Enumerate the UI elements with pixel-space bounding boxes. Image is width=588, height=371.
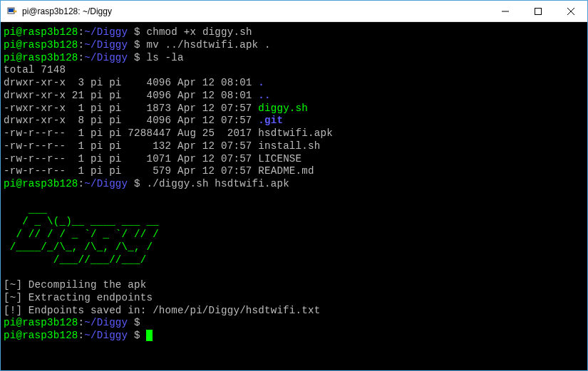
prompt-sigil: $ <box>128 26 146 38</box>
window-title-bar: pi@rasp3b128: ~/Diggy <box>1 1 587 22</box>
ls-filename: README.md <box>258 165 314 177</box>
ls-row: -rw-r--r-- 1 pi pi 132 Apr 12 07:57 <box>4 140 258 152</box>
ls-row: -rw-r--r-- 1 pi pi 1071 Apr 12 07:57 <box>4 153 258 164</box>
prompt-sep: : <box>78 39 85 51</box>
ls-filename: .. <box>258 90 270 101</box>
ls-filename: . <box>258 77 264 88</box>
minimize-button[interactable] <box>489 1 522 21</box>
cmd-run: ./diggy.sh hsdtwifi.apk <box>146 178 289 189</box>
ls-row: -rwxr-xr-x 1 pi pi 1873 Apr 12 07:57 <box>4 103 258 114</box>
prompt-user-host: pi@rasp3b128 <box>4 178 78 189</box>
ls-row: drwxr-xr-x 3 pi pi 4096 Apr 12 08:01 <box>4 77 258 88</box>
msg-saved: [!] Endpoints saved in: /home/pi/Diggy/h… <box>4 305 320 316</box>
prompt-path: ~/Diggy <box>84 39 128 51</box>
svg-rect-1 <box>9 9 14 12</box>
ls-row: -rw-r--r-- 1 pi pi 579 Apr 12 07:57 <box>4 165 258 177</box>
ascii-art-line: ___ <box>4 204 153 215</box>
prompt-user-host: pi@rasp3b128 <box>4 330 78 341</box>
ls-row: drwxr-xr-x 8 pi pi 4096 Apr 12 07:57 <box>4 115 258 126</box>
prompt-user-host: pi@rasp3b128 <box>4 317 78 328</box>
prompt-sep: : <box>78 26 85 38</box>
prompt-sigil: $ <box>128 317 146 328</box>
prompt-sep: : <box>78 330 85 341</box>
ascii-art-line: / // / / _ `/ _ `/ // / <box>4 229 159 240</box>
msg-decompile: [~] Decompiling the apk <box>4 279 146 291</box>
cmd-mv: mv ../hsdtwifi.apk . <box>146 39 270 51</box>
ascii-art-line: / _ \(_)__ ____ ___ __ <box>4 216 159 227</box>
terminal-area[interactable]: pi@rasp3b128:~/Diggy $ chmod +x diggy.sh… <box>1 22 587 370</box>
prompt-sep: : <box>78 178 85 189</box>
ascii-art-line: /____/_/\_, /\_, /\_, / <box>4 241 159 253</box>
prompt-sigil: $ <box>128 39 146 51</box>
cmd-chmod: chmod +x diggy.sh <box>146 26 252 38</box>
svg-rect-2 <box>14 11 16 12</box>
ascii-art-line: /___//___//___/ <box>4 254 159 266</box>
window-title: pi@rasp3b128: ~/Diggy <box>22 6 489 16</box>
prompt-path: ~/Diggy <box>84 52 128 63</box>
cursor <box>146 330 153 341</box>
prompt-user-host: pi@rasp3b128 <box>4 39 78 51</box>
prompt-sep: : <box>78 317 85 328</box>
prompt-sep: : <box>78 52 85 63</box>
prompt-path: ~/Diggy <box>84 178 128 189</box>
putty-icon <box>6 6 18 17</box>
prompt-user-host: pi@rasp3b128 <box>4 26 78 38</box>
ls-total: total 7148 <box>4 64 66 75</box>
window-controls <box>489 1 587 21</box>
maximize-button[interactable] <box>522 1 555 21</box>
prompt-sigil: $ <box>128 178 146 189</box>
prompt-path: ~/Diggy <box>84 317 128 328</box>
ls-row: drwxr-xr-x 21 pi pi 4096 Apr 12 08:01 <box>4 90 258 101</box>
prompt-sigil: $ <box>128 52 146 63</box>
svg-rect-4 <box>535 8 542 14</box>
ls-filename: LICENSE <box>258 153 301 164</box>
ls-filename: diggy.sh <box>258 103 308 114</box>
prompt-sigil: $ <box>128 330 146 341</box>
ls-filename: hsdtwifi.apk <box>258 127 333 139</box>
msg-extract: [~] Extracting endpoints <box>4 292 153 303</box>
ls-row: -rw-r--r-- 1 pi pi 7288447 Aug 25 2017 <box>4 127 258 139</box>
close-button[interactable] <box>555 1 587 21</box>
prompt-user-host: pi@rasp3b128 <box>4 52 78 63</box>
cmd-ls: ls -la <box>146 52 183 63</box>
ls-filename: install.sh <box>258 140 320 152</box>
prompt-path: ~/Diggy <box>84 330 128 341</box>
prompt-path: ~/Diggy <box>84 26 128 38</box>
ls-filename: .git <box>258 115 283 126</box>
